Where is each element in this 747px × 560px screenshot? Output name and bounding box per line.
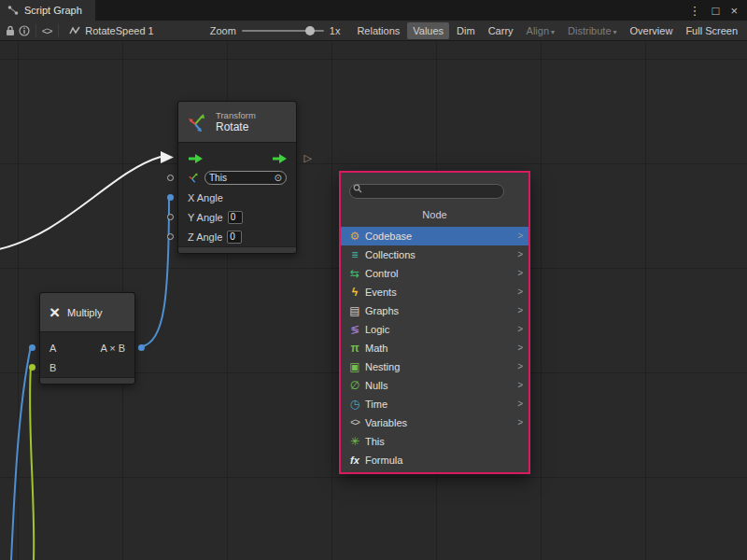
logic-icon: ≶: [347, 323, 362, 336]
flow-output-arrow-icon[interactable]: [272, 154, 287, 163]
multiply-a-label: A: [49, 343, 56, 354]
item-label: Codebase: [365, 231, 517, 242]
finder-item-nulls[interactable]: ∅Nulls>: [341, 376, 529, 395]
x-angle-input-port[interactable]: [167, 194, 174, 201]
object-picker-icon[interactable]: ⊙: [275, 173, 282, 183]
item-label: Events: [365, 287, 517, 298]
maximize-icon[interactable]: □: [712, 4, 720, 18]
x-angle-label: X Angle: [188, 192, 223, 203]
dim-button[interactable]: Dim: [451, 22, 481, 39]
multiply-a-input-port[interactable]: [29, 344, 35, 351]
list-icon: ≡: [347, 248, 362, 261]
item-label: Variables: [365, 417, 517, 428]
node-category: Transform: [216, 110, 256, 120]
finder-item-math[interactable]: πMath>: [341, 339, 529, 357]
finder-item-nesting[interactable]: ▣Nesting>: [341, 357, 529, 376]
chevron-right-icon: >: [517, 361, 523, 371]
zoom-value: 1x: [330, 25, 341, 36]
distribute-dropdown[interactable]: Distribute▾: [562, 22, 622, 39]
finder-item-graphs[interactable]: ▤Graphs>: [341, 301, 529, 320]
this-icon: ✳: [347, 435, 362, 448]
chevron-right-icon: >: [517, 380, 523, 390]
carry-button[interactable]: Carry: [483, 22, 519, 39]
item-label: Time: [365, 399, 517, 410]
item-label: Collections: [365, 249, 517, 260]
graph-toolbar: <> RotateSpeed 1 Zoom 1x Relations Value…: [0, 21, 747, 41]
node-transform-rotate[interactable]: Transform Rotate ▷ This ⊙: [177, 101, 297, 254]
multiply-output-port[interactable]: [138, 344, 145, 351]
this-port-row: This ⊙: [178, 168, 296, 188]
graph-asset-icon: ▤: [347, 304, 362, 317]
graph-canvas[interactable]: Transform Rotate ▷ This ⊙: [0, 41, 747, 560]
pi-icon: π: [347, 342, 362, 355]
close-icon[interactable]: ×: [730, 4, 738, 18]
overview-button[interactable]: Overview: [625, 22, 679, 39]
chevron-right-icon: >: [517, 231, 523, 241]
finder-item-this[interactable]: ✳This: [341, 432, 529, 451]
chevron-right-icon: >: [517, 417, 523, 427]
finder-list: ⚙Codebase> ≡Collections> ⇆Control> ϟEven…: [341, 227, 529, 469]
flow-input-arrow-icon[interactable]: [188, 154, 203, 163]
item-label: Nesting: [365, 361, 517, 372]
node-footer: [40, 377, 134, 384]
chevron-right-icon: >: [517, 305, 523, 315]
wire-flow-input[interactable]: [0, 157, 161, 250]
breadcrumb-label: RotateSpeed 1: [85, 25, 153, 36]
y-angle-input-port[interactable]: [167, 214, 174, 220]
code-icon[interactable]: <>: [40, 21, 54, 40]
breadcrumb[interactable]: RotateSpeed 1: [62, 25, 161, 36]
item-label: Control: [365, 268, 517, 279]
formula-icon: fx: [347, 455, 362, 466]
finder-item-collections[interactable]: ≡Collections>: [341, 245, 529, 264]
z-angle-value-field[interactable]: [227, 231, 242, 244]
wire-to-multiply-b[interactable]: [30, 366, 34, 560]
chevron-right-icon: >: [517, 287, 523, 297]
tab-script-graph[interactable]: Script Graph: [0, 0, 95, 21]
zoom-slider-knob[interactable]: [305, 26, 315, 35]
item-label: This: [365, 436, 523, 447]
title-bar: Script Graph ⋮ □ ×: [0, 0, 747, 21]
search-input[interactable]: [349, 184, 504, 199]
align-dropdown[interactable]: Align▾: [521, 22, 560, 39]
node-multiply[interactable]: × Multiply A A × B B: [39, 292, 135, 385]
y-angle-value-field[interactable]: [228, 211, 243, 224]
relations-button[interactable]: Relations: [351, 22, 405, 39]
script-graph-icon: [7, 5, 19, 16]
z-angle-port-row: Z Angle: [178, 227, 296, 246]
finder-item-control[interactable]: ⇆Control>: [341, 264, 529, 283]
wire-to-multiply-a[interactable]: [11, 346, 31, 560]
x-angle-port-row: X Angle: [178, 188, 296, 207]
lock-icon[interactable]: [4, 21, 18, 40]
multiply-b-label: B: [49, 362, 56, 373]
finder-item-formula[interactable]: fxFormula: [341, 451, 529, 469]
fullscreen-button[interactable]: Full Screen: [680, 22, 743, 39]
clock-icon: ◷: [347, 398, 362, 411]
finder-item-time[interactable]: ◷Time>: [341, 395, 529, 413]
info-icon[interactable]: [18, 21, 32, 40]
zoom-slider[interactable]: [242, 30, 324, 32]
kebab-menu-icon[interactable]: ⋮: [689, 4, 701, 18]
lightning-icon: ϟ: [347, 286, 362, 299]
finder-item-variables[interactable]: <>Variables>: [341, 413, 529, 432]
z-angle-input-port[interactable]: [167, 233, 174, 240]
z-angle-label: Z Angle: [188, 231, 222, 243]
item-label: Logic: [365, 324, 517, 335]
wire-multiply-to-xangle[interactable]: [142, 197, 169, 346]
rotate-node-header[interactable]: Transform Rotate: [178, 102, 296, 143]
multiply-output-label: A × B: [100, 343, 125, 354]
this-object-field[interactable]: This ⊙: [204, 171, 287, 185]
variables-icon: <>: [347, 417, 362, 427]
chevron-right-icon: >: [517, 324, 523, 334]
multiply-node-header[interactable]: × Multiply: [40, 293, 134, 332]
dropdown-arrow-icon: ▾: [551, 28, 555, 36]
values-button[interactable]: Values: [407, 22, 449, 39]
multiply-b-input-port[interactable]: [29, 364, 35, 371]
item-label: Math: [365, 343, 517, 354]
finder-item-logic[interactable]: ≶Logic>: [341, 320, 529, 339]
finder-item-events[interactable]: ϟEvents>: [341, 283, 529, 301]
this-input-port[interactable]: [167, 175, 174, 181]
finder-item-codebase[interactable]: ⚙Codebase>: [341, 227, 529, 245]
y-angle-label: Y Angle: [188, 212, 223, 223]
finder-header: Node: [341, 209, 529, 220]
chevron-right-icon: >: [517, 399, 523, 409]
